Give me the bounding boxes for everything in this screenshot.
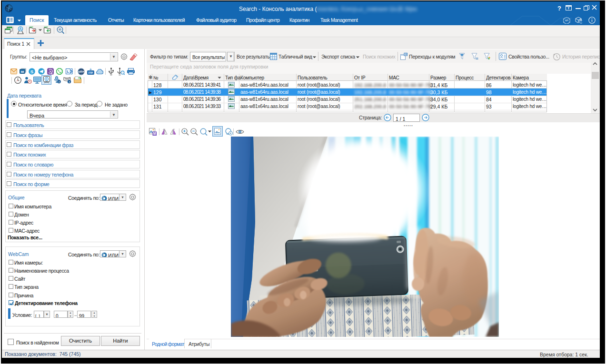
svg-text:API: API <box>565 20 568 22</box>
svg-text:S: S <box>30 69 33 74</box>
svg-text:HTTP: HTTP <box>79 71 84 73</box>
svg-text:FTP: FTP <box>89 72 93 74</box>
svg-text:IM: IM <box>21 70 24 73</box>
svg-text:ID: ID <box>59 28 61 31</box>
svg-text:L: L <box>67 69 70 74</box>
